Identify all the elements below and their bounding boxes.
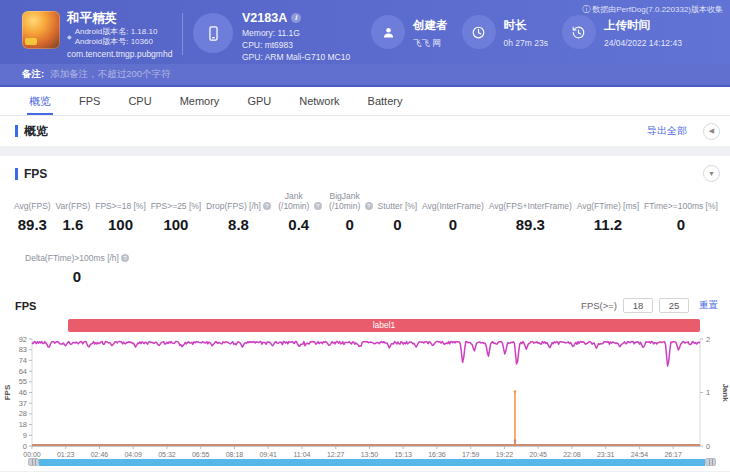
game-title: 和平精英 [67,11,172,25]
svg-text:23:31: 23:31 [597,451,615,458]
stat-avg-fps-: Avg(FPS)89.3 [14,191,51,233]
overview-title: 概览 [24,123,647,140]
svg-text:FPS: FPS [3,384,12,400]
fps-chart-head: FPS FPS(>=) 重置 [0,285,730,313]
tab-概览[interactable]: 概览 [15,87,65,115]
stat-label: FTime>=100ms [%] [644,201,718,211]
svg-text:02:46: 02:46 [91,451,109,458]
diamond-icon: ◆ [67,33,72,40]
chevron-down-icon: ▼ [708,170,715,177]
upload-time-value: 24/04/2022 14:12:43 [604,38,682,48]
stat-label: Stutter [%] [378,201,418,211]
tab-GPU[interactable]: GPU [233,87,285,115]
stat-drop-fps-h-: Drop(FPS) [/h]?8.8 [206,191,271,233]
device-cpu: CPU: mt6983 [242,39,350,51]
collapse-panel-button[interactable]: ◀ [703,123,720,140]
export-all-link[interactable]: 导出全部 [647,124,687,138]
collapse-section-button[interactable]: ▼ [703,165,720,182]
stat-value: 0 [378,216,418,233]
svg-text:26:17: 26:17 [664,451,682,458]
stat-fps-18-: FPS>=18 [%]100 [95,191,146,233]
stat-value: 0 [327,216,373,233]
slider-track[interactable] [39,459,705,466]
tab-Battery[interactable]: Battery [354,87,417,115]
fps-stats-row: Avg(FPS)89.3Var(FPS)1.6FPS>=18 [%]100FPS… [0,182,730,233]
svg-text:01:23: 01:23 [57,451,75,458]
stat-label: Jank (/10min) [276,191,312,211]
help-icon[interactable]: ? [314,202,322,210]
chart-range-slider [28,458,716,466]
fps-section-title: FPS [24,167,703,181]
device-memory: Memory: 11.1G [242,27,350,39]
stat-label: Avg(FPS) [14,201,51,211]
stat-bigjank-10min-: BigJank (/10min)?0 [327,191,373,233]
collect-note: ⓘ 数据由PerfDog(7.0.220332)版本收集 [582,4,723,15]
fps-line-chart[interactable]: 09182837465564748392FPS012Jank00:0001:23… [0,332,730,458]
tab-Memory[interactable]: Memory [166,87,234,115]
slider-right-handle[interactable] [705,458,716,466]
metric-tabbar: 概览FPSCPUMemoryGPUNetworkBattery [0,87,730,116]
slider-left-handle[interactable] [28,458,39,466]
reset-link[interactable]: 重置 [699,299,718,312]
section-bar [15,168,18,180]
stat-label: Avg(InterFrame) [422,201,484,211]
stat-value: 100 [95,216,146,233]
divider [182,13,183,55]
spacer [0,146,730,156]
svg-text:1: 1 [706,388,710,397]
tab-FPS[interactable]: FPS [65,87,114,115]
tab-Network[interactable]: Network [285,87,353,115]
stat-label: BigJank (/10min) [327,191,363,211]
note-bar: 备注: 添加备注，不超过200个字符 [0,64,730,87]
help-icon[interactable]: ? [263,202,271,210]
stat-value: 8.8 [206,216,271,233]
android-version-name: Android版本名: 1.18.10 [75,27,158,37]
stat-value: 0 [644,216,718,233]
history-clock-icon [562,15,596,49]
fps-threshold-label: FPS(>=) [581,300,617,311]
creator-value: 飞飞 网 [413,38,448,50]
chart-label-bar[interactable]: label1 [68,319,700,332]
help-icon[interactable]: ? [365,202,373,210]
creator-label: 创建者 [413,18,448,33]
note-label: 备注: [22,68,44,81]
svg-text:Jank: Jank [721,383,730,402]
stat-label: Delta(FTime)>100ms [/h] [25,253,119,263]
device-gpu: GPU: ARM Mali-G710 MC10 [242,51,350,63]
tab-CPU[interactable]: CPU [114,87,165,115]
stat-var-fps-: Var(FPS)1.6 [56,191,91,233]
svg-text:05:32: 05:32 [158,451,176,458]
svg-text:55: 55 [19,377,27,386]
stat-value: 100 [151,216,202,233]
svg-text:9: 9 [23,431,27,440]
svg-text:22:08: 22:08 [563,451,581,458]
game-app-icon [22,11,60,49]
fps-card: FPS ▼ Avg(FPS)89.3Var(FPS)1.6FPS>=18 [%]… [0,156,730,471]
svg-text:11:04: 11:04 [293,451,310,458]
svg-text:46: 46 [19,388,27,397]
duration-label: 时长 [504,18,548,33]
section-bar [15,125,18,137]
help-icon[interactable]: ? [121,254,129,262]
collect-note-text: 数据由PerfDog(7.0.220332)版本收集 [592,4,723,15]
person-icon [371,15,405,49]
stat-label: FPS>=18 [%] [95,201,146,211]
android-version-code: Android版本号: 10360 [75,37,158,47]
stat-value: 89.3 [489,216,572,233]
fps-threshold2-input[interactable] [659,298,689,313]
device-info-block: V2183A i Memory: 11.1G CPU: mt6983 GPU: … [193,11,371,63]
svg-text:04:09: 04:09 [124,451,142,458]
fps-threshold1-input[interactable] [623,298,653,313]
svg-text:37: 37 [19,399,27,408]
stat-avg-fps-interframe-: Avg(FPS+InterFrame)89.3 [489,191,572,233]
device-info-icon[interactable]: i [291,13,301,23]
stat-value: 11.2 [577,216,639,233]
stat-avg-interframe-: Avg(InterFrame)0 [422,191,484,233]
svg-text:24:54: 24:54 [631,451,649,458]
stat-label: Drop(FPS) [/h] [206,201,261,211]
svg-text:20:45: 20:45 [529,451,547,458]
svg-text:16:36: 16:36 [428,451,446,458]
note-input[interactable]: 添加备注，不超过200个字符 [50,68,170,81]
stat-stutter-: Stutter [%]0 [378,191,418,233]
device-name: V2183A [242,11,287,25]
